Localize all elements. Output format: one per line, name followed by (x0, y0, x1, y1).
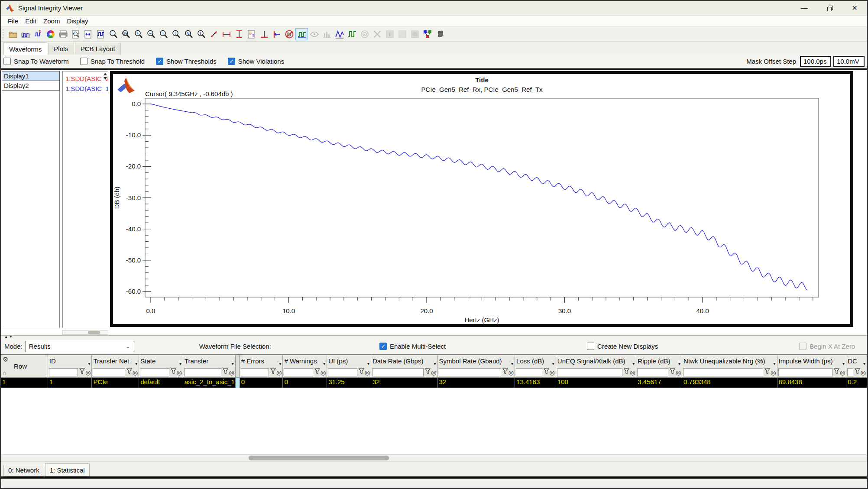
fit-width-icon[interactable] (82, 28, 94, 40)
zoom-wave-y-icon[interactable]: ≀ (195, 28, 207, 40)
checkbox-snap-to-threshold[interactable]: Snap To Threshold (80, 58, 145, 65)
column-header[interactable]: Symbol Rate (Gbaud)▾ (438, 355, 515, 367)
sort-arrow-icon[interactable]: ▾ (367, 361, 369, 367)
splitter-handle-icon[interactable]: ▲▼ (4, 335, 14, 339)
splitter[interactable]: ▲▼ (1, 335, 867, 339)
column-header[interactable]: Data Rate (Gbps)▾ (371, 355, 437, 367)
zoom-out-icon[interactable]: − (145, 28, 157, 40)
pointer-zoom-icon[interactable] (107, 28, 120, 40)
checkbox-create-new-displays-box[interactable] (587, 343, 594, 350)
sort-arrow-icon[interactable]: ▾ (323, 361, 325, 367)
column-header[interactable]: Ripple (dB)▾ (636, 355, 682, 367)
sort-arrow-icon[interactable]: ▾ (88, 361, 90, 367)
filter-input[interactable] (439, 368, 501, 376)
sort-arrow-icon[interactable]: ▾ (678, 361, 680, 367)
column-header[interactable]: Ntwk Unequalizable Nrg (%)▾ (682, 355, 777, 367)
target-icon[interactable]: ◎ (133, 369, 138, 376)
column-header[interactable]: Transfer▾ (183, 355, 235, 367)
checkbox-enable-multi-select-box[interactable] (379, 343, 387, 350)
sort-arrow-icon[interactable]: ▾ (179, 361, 181, 367)
fit-waveform-icon[interactable] (94, 28, 107, 40)
zoom-y-icon[interactable]: ↕ (170, 28, 182, 40)
target-icon[interactable]: ◎ (85, 369, 91, 376)
funnel-icon[interactable] (624, 368, 629, 376)
zoom-x-icon[interactable]: ↔ (157, 28, 170, 40)
column-header[interactable]: State▾ (139, 355, 183, 367)
measure-horizontal-icon[interactable] (220, 28, 233, 40)
legend-entry[interactable]: 1:SDD(ASIC_1 (65, 85, 107, 92)
zoom-in-icon[interactable]: + (132, 28, 145, 40)
open-file-icon[interactable] (6, 28, 19, 40)
column-header[interactable]: # Warnings▾ (283, 355, 327, 367)
import-waveform-icon[interactable] (19, 28, 32, 40)
filter-input[interactable] (140, 368, 169, 376)
waveform-chart[interactable]: 0.0-10.0-20.0-30.0-40.0-50.0-60.00.010.0… (113, 74, 850, 324)
measure-vertical-icon[interactable] (233, 28, 245, 40)
home-icon[interactable]: ⌂ (3, 369, 6, 376)
menu-item-zoom[interactable]: Zoom (40, 16, 63, 26)
filter-input[interactable] (372, 368, 424, 376)
sort-arrow-icon[interactable]: ▾ (279, 361, 281, 367)
noise-plot-icon[interactable] (333, 28, 346, 40)
target-icon[interactable]: ◎ (365, 369, 370, 376)
checkbox-show-thresholds-box[interactable] (156, 58, 163, 65)
clear-marker-icon[interactable] (283, 28, 295, 40)
column-header[interactable]: DC▾ (846, 355, 867, 367)
target-icon[interactable]: ◎ (550, 369, 555, 376)
pulse-response-icon[interactable] (346, 28, 358, 40)
legend-scrollbar[interactable] (103, 72, 107, 81)
restore-button[interactable] (817, 1, 842, 15)
target-icon[interactable]: ◎ (676, 369, 681, 376)
checkbox-snap-to-waveform-box[interactable] (3, 58, 11, 65)
column-header[interactable]: # Errors▾ (240, 355, 283, 367)
filter-input[interactable] (557, 368, 622, 376)
zoom-wave-x-icon[interactable]: ∿ (182, 28, 195, 40)
tab-pcb-layout[interactable]: PCB Layout (75, 43, 121, 55)
sort-arrow-icon[interactable]: ▾ (774, 361, 776, 367)
vertical-marker-icon[interactable] (258, 28, 270, 40)
sort-arrow-icon[interactable]: ▾ (232, 361, 234, 367)
menu-item-file[interactable]: File (4, 16, 22, 26)
funnel-icon[interactable] (855, 368, 860, 376)
funnel-icon[interactable] (171, 368, 176, 376)
filter-input[interactable] (284, 368, 313, 376)
network-view-icon[interactable] (421, 28, 434, 40)
target-icon[interactable]: ◎ (508, 369, 514, 376)
waveform-plot-icon[interactable] (295, 28, 308, 40)
funnel-icon[interactable] (670, 368, 675, 376)
sort-arrow-icon[interactable]: ▾ (511, 361, 513, 367)
column-header[interactable]: Impulse Width (ps)▾ (777, 355, 846, 367)
sort-arrow-icon[interactable]: ▾ (434, 361, 436, 367)
target-icon[interactable]: ◎ (177, 369, 182, 376)
filter-input[interactable] (241, 368, 269, 376)
scroll-up-icon[interactable] (104, 73, 107, 75)
checkbox-show-thresholds[interactable]: Show Thresholds (156, 58, 217, 65)
display-item-display2[interactable]: Display2 (2, 81, 60, 91)
target-icon[interactable]: ◎ (321, 369, 326, 376)
measure-diagonal-icon[interactable] (207, 28, 220, 40)
sort-arrow-icon[interactable]: ▾ (842, 361, 845, 367)
column-header[interactable]: UnEQ Signal/Xtalk (dB)▾ (556, 355, 636, 367)
funnel-icon[interactable] (834, 368, 839, 376)
target-icon[interactable]: ◎ (840, 369, 845, 376)
filter-input[interactable] (184, 368, 221, 376)
legend-hscroll-thumb[interactable] (88, 331, 100, 334)
legend-entry[interactable]: 1:SDD(ASIC_2 (65, 75, 107, 82)
checkbox-show-violations-box[interactable] (228, 58, 235, 65)
funnel-icon[interactable] (502, 368, 508, 376)
mask-offset-time-field[interactable]: 100.0ps (800, 56, 831, 67)
funnel-icon[interactable] (764, 368, 770, 376)
mode-select[interactable]: Results ⌄ (25, 341, 134, 352)
checkbox-show-violations[interactable]: Show Violations (228, 58, 284, 65)
horizontal-marker-icon[interactable] (270, 28, 283, 40)
display-item-display1[interactable]: Display1 (2, 71, 60, 81)
zoom-xy-icon[interactable]: xy (120, 28, 132, 40)
row-header-cell[interactable]: ⚙Row⌂ (1, 355, 48, 377)
filter-input[interactable] (778, 368, 832, 376)
colormap-icon[interactable] (44, 28, 57, 40)
sort-arrow-icon[interactable]: ▾ (552, 361, 554, 367)
waveform-source-icon[interactable]: T (32, 28, 44, 40)
filter-input[interactable] (683, 368, 763, 376)
filter-input[interactable] (516, 368, 542, 376)
filter-input[interactable] (637, 368, 668, 376)
